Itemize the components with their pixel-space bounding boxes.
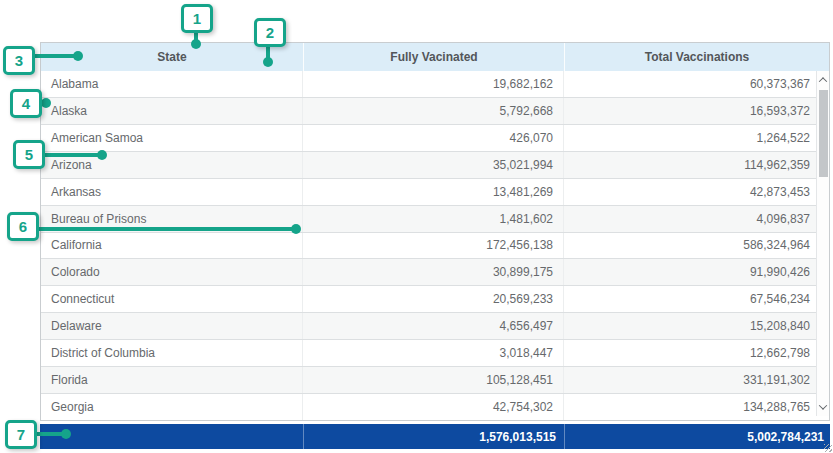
cell-total-vaccinations: 1,264,522 bbox=[564, 125, 816, 151]
annotation-1-dot bbox=[191, 39, 201, 49]
cell-state: Georgia bbox=[41, 394, 303, 420]
annotation-6-connector bbox=[37, 227, 294, 231]
cell-total-vaccinations: 331,191,302 bbox=[564, 367, 816, 393]
annotation-6-box: 6 bbox=[7, 212, 39, 241]
cell-fully-vacinated: 30,899,175 bbox=[303, 259, 564, 285]
cell-fully-vacinated: 35,021,994 bbox=[303, 152, 564, 178]
cell-fully-vacinated: 1,481,602 bbox=[303, 206, 564, 232]
cell-fully-vacinated: 42,754,302 bbox=[303, 394, 564, 420]
annotation-2-dot bbox=[263, 57, 273, 67]
annotation-5-box: 5 bbox=[13, 140, 45, 169]
table-row[interactable]: Alaska 5,792,668 16,593,372 bbox=[41, 98, 816, 125]
list-table: State Fully Vacinated Total Vaccinations… bbox=[40, 42, 830, 421]
cell-fully-vacinated: 13,481,269 bbox=[303, 179, 564, 205]
column-header-total-vaccinations[interactable]: Total Vaccinations bbox=[565, 43, 829, 71]
cell-state: Delaware bbox=[41, 313, 303, 339]
annotation-5-dot bbox=[97, 150, 107, 160]
table-row[interactable]: Arkansas 13,481,269 42,873,453 bbox=[41, 179, 816, 206]
cell-total-vaccinations: 91,990,426 bbox=[564, 259, 816, 285]
cell-state: Colorado bbox=[41, 259, 303, 285]
annotation-1-box: 1 bbox=[181, 4, 213, 33]
totals-fully-vacinated: 1,576,013,515 bbox=[303, 424, 564, 449]
cell-fully-vacinated: 19,682,162 bbox=[303, 71, 564, 97]
cell-fully-vacinated: 172,456,138 bbox=[303, 233, 564, 259]
table-row[interactable]: American Samoa 426,070 1,264,522 bbox=[41, 125, 816, 152]
annotation-3-dot bbox=[73, 51, 83, 61]
resize-grip-icon[interactable] bbox=[824, 444, 832, 452]
cell-fully-vacinated: 105,128,451 bbox=[303, 367, 564, 393]
cell-total-vaccinations: 60,373,367 bbox=[564, 71, 816, 97]
cell-fully-vacinated: 5,792,668 bbox=[303, 98, 564, 124]
annotation-7-box: 7 bbox=[5, 420, 37, 449]
cell-fully-vacinated: 4,656,497 bbox=[303, 313, 564, 339]
table-row[interactable]: Connecticut 20,569,233 67,546,234 bbox=[41, 286, 816, 313]
table-header-row: State Fully Vacinated Total Vaccinations bbox=[41, 43, 829, 71]
table-row[interactable]: California 172,456,138 586,324,964 bbox=[41, 233, 816, 260]
table-row[interactable]: Delaware 4,656,497 15,208,840 bbox=[41, 313, 816, 340]
table-row[interactable]: Florida 105,128,451 331,191,302 bbox=[41, 367, 816, 394]
scroll-up-button[interactable] bbox=[817, 73, 829, 87]
cell-total-vaccinations: 16,593,372 bbox=[564, 98, 816, 124]
annotation-3-connector bbox=[33, 54, 77, 58]
table-row[interactable]: Colorado 30,899,175 91,990,426 bbox=[41, 259, 816, 286]
annotation-7-dot bbox=[61, 429, 71, 439]
totals-state-cell bbox=[40, 424, 303, 449]
cell-total-vaccinations: 12,662,798 bbox=[564, 340, 816, 366]
cell-state: American Samoa bbox=[41, 125, 303, 151]
cell-fully-vacinated: 20,569,233 bbox=[303, 286, 564, 312]
column-header-fully-vacinated[interactable]: Fully Vacinated bbox=[304, 43, 565, 71]
annotation-3-box: 3 bbox=[3, 46, 35, 75]
cell-fully-vacinated: 3,018,447 bbox=[303, 340, 564, 366]
cell-total-vaccinations: 4,096,837 bbox=[564, 206, 816, 232]
totals-row: 1,576,013,515 5,002,784,231 bbox=[40, 424, 830, 449]
cell-fully-vacinated: 426,070 bbox=[303, 125, 564, 151]
cell-total-vaccinations: 42,873,453 bbox=[564, 179, 816, 205]
table-row[interactable]: Arizona 35,021,994 114,962,359 bbox=[41, 152, 816, 179]
cell-state: District of Columbia bbox=[41, 340, 303, 366]
table-row[interactable]: District of Columbia 3,018,447 12,662,79… bbox=[41, 340, 816, 367]
annotation-4-box: 4 bbox=[10, 89, 42, 118]
table-body: Alabama 19,682,162 60,373,367 Alaska 5,7… bbox=[41, 71, 816, 420]
table-row[interactable]: Georgia 42,754,302 134,288,765 bbox=[41, 394, 816, 420]
cell-total-vaccinations: 114,962,359 bbox=[564, 152, 816, 178]
chevron-up-icon bbox=[819, 77, 827, 85]
scrollbar-thumb[interactable] bbox=[819, 90, 828, 177]
vertical-scrollbar[interactable] bbox=[816, 71, 829, 416]
annotation-7-connector bbox=[35, 432, 64, 436]
cell-state: Alabama bbox=[41, 71, 303, 97]
cell-state: Arkansas bbox=[41, 179, 303, 205]
annotation-6-dot bbox=[291, 224, 301, 234]
cell-total-vaccinations: 586,324,964 bbox=[564, 233, 816, 259]
annotation-2-box: 2 bbox=[254, 18, 286, 47]
cell-state: Alaska bbox=[41, 98, 303, 124]
cell-total-vaccinations: 67,546,234 bbox=[564, 286, 816, 312]
scroll-down-button[interactable] bbox=[817, 400, 829, 414]
cell-total-vaccinations: 134,288,765 bbox=[564, 394, 816, 420]
table-row[interactable]: Alabama 19,682,162 60,373,367 bbox=[41, 71, 816, 98]
annotation-4-dot bbox=[41, 98, 51, 108]
cell-state: Florida bbox=[41, 367, 303, 393]
cell-state: California bbox=[41, 233, 303, 259]
totals-total-vaccinations: 5,002,784,231 bbox=[564, 424, 830, 449]
annotation-5-connector bbox=[43, 153, 100, 157]
screenshot-root: State Fully Vacinated Total Vaccinations… bbox=[0, 0, 833, 453]
cell-total-vaccinations: 15,208,840 bbox=[564, 313, 816, 339]
chevron-down-icon bbox=[819, 401, 827, 409]
cell-state: Connecticut bbox=[41, 286, 303, 312]
